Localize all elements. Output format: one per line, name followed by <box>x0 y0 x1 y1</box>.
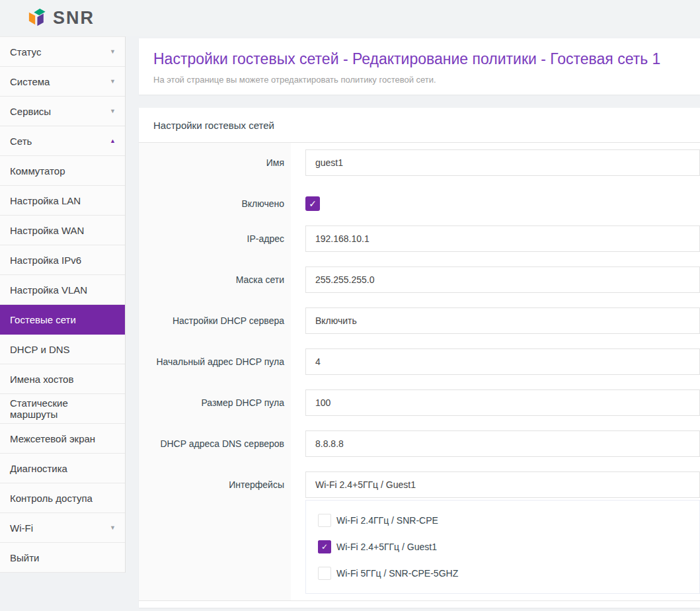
form-row-enabled: Включено ✓ <box>139 190 700 225</box>
sidebar-item-static-routes[interactable]: Статические маршруты <box>0 394 125 424</box>
checkbox-checked-icon[interactable]: ✓ <box>318 540 331 553</box>
interfaces-label: Интерфейсы <box>229 471 291 594</box>
sidebar-item-logout[interactable]: Выйти <box>0 543 125 573</box>
sidebar-item-dhcp-dns[interactable]: DHCP и DNS <box>0 335 125 364</box>
interface-option-label: Wi-Fi 2.4ГГц / SNR-CPE <box>336 515 438 526</box>
sidebar-item-hostnames[interactable]: Имена хостов <box>0 364 125 394</box>
sidebar-item-label: Коммутатор <box>10 165 116 177</box>
dhcp-pool-size-label: Размер DHCP пула <box>201 389 291 430</box>
page-subtitle: На этой странице вы можете отредактирова… <box>153 75 685 85</box>
sidebar-item-wifi[interactable]: Wi-Fi ▼ <box>0 513 125 543</box>
sidebar-item-label: Wi-Fi <box>10 522 106 534</box>
sidebar-item-lan[interactable]: Настройка LAN <box>0 186 125 216</box>
ip-address-input[interactable] <box>305 225 700 252</box>
netmask-label: Маска сети <box>236 266 291 307</box>
checkbox-unchecked-icon[interactable] <box>318 514 331 527</box>
sidebar-item-diagnostics[interactable]: Диагностика <box>0 454 125 483</box>
dhcp-pool-start-input[interactable] <box>305 348 700 375</box>
guest-network-form-card: Настройки гостевых сетей Имя Включено <box>139 108 700 608</box>
sidebar-item-guest-networks[interactable]: Гостевые сети <box>0 305 125 335</box>
sidebar-item-status[interactable]: Статус ▼ <box>0 37 125 67</box>
interface-option-wifi-24[interactable]: Wi-Fi 2.4ГГц / SNR-CPE <box>318 514 687 527</box>
form-row-interfaces: Интерфейсы Wi-Fi 2.4ГГц / SNR-CPE ✓ <box>139 471 700 594</box>
sidebar-item-label: Система <box>10 76 106 87</box>
interfaces-input[interactable] <box>305 471 700 498</box>
form-row-name: Имя <box>139 149 700 190</box>
sidebar-item-services[interactable]: Сервисы ▼ <box>0 97 125 126</box>
sidebar-item-label: Настройка VLAN <box>10 284 116 296</box>
chevron-down-icon: ▼ <box>106 78 116 85</box>
sidebar-menu: Статус ▼ Система ▼ Сервисы ▼ Сеть ▲ Комм… <box>0 36 126 573</box>
dhcp-dns-label: DHCP адреса DNS серверов <box>160 430 291 471</box>
check-icon: ✓ <box>321 542 328 551</box>
sidebar-item-label: Выйти <box>10 552 116 563</box>
sidebar-item-label: Сервисы <box>10 106 106 117</box>
sidebar-item-label: Контроль доступа <box>10 493 116 504</box>
sidebar-item-label: DHCP и DNS <box>10 344 116 355</box>
sidebar-item-network[interactable]: Сеть ▲ <box>0 126 125 156</box>
brand-name: SNR <box>53 9 95 27</box>
sidebar-item-label: Диагностика <box>10 463 116 474</box>
form-row-dhcp-pool-start: Начальный адрес DHCP пула <box>139 348 700 389</box>
dhcp-dns-input[interactable] <box>305 430 700 457</box>
sidebar-item-label: Статус <box>10 46 106 58</box>
sidebar-item-label: Настройка WAN <box>10 225 116 236</box>
sidebar-item-label: Настройка IPv6 <box>10 255 116 266</box>
dhcp-server-select[interactable] <box>305 307 700 334</box>
interfaces-options-box: Wi-Fi 2.4ГГц / SNR-CPE ✓ Wi-Fi 2.4+5ГГц … <box>305 500 700 594</box>
sidebar-item-label: Статические маршруты <box>10 397 116 420</box>
interface-option-wifi-24-5-guest1[interactable]: ✓ Wi-Fi 2.4+5ГГц / Guest1 <box>318 540 687 553</box>
page-header-card: Настройки гостевых сетей - Редактировани… <box>139 38 700 95</box>
form-row-dhcp-pool-size: Размер DHCP пула <box>139 389 700 430</box>
interface-option-label: Wi-Fi 5ГГц / SNR-CPE-5GHZ <box>336 568 458 579</box>
form-row-dhcp-server: Настройки DHCP сервера <box>139 307 700 348</box>
page-title: Настройки гостевых сетей - Редактировани… <box>153 49 685 69</box>
enabled-checkbox[interactable]: ✓ <box>305 196 320 211</box>
sidebar-item-vlan[interactable]: Настройка VLAN <box>0 275 125 305</box>
chevron-down-icon: ▼ <box>106 524 116 531</box>
sidebar-item-access-control[interactable]: Контроль доступа <box>0 483 125 513</box>
name-label: Имя <box>266 149 291 190</box>
sidebar-item-switch[interactable]: Коммутатор <box>0 156 125 186</box>
checkbox-unchecked-icon[interactable] <box>318 567 331 580</box>
dhcp-server-label: Настройки DHCP сервера <box>173 307 291 348</box>
sidebar-item-label: Межсетевой экран <box>10 433 116 444</box>
main-content: Настройки гостевых сетей - Редактировани… <box>126 36 700 611</box>
form-body: Имя Включено ✓ <box>139 143 700 601</box>
chevron-down-icon: ▼ <box>106 48 116 55</box>
dhcp-pool-size-input[interactable] <box>305 389 700 416</box>
netmask-input[interactable] <box>305 266 700 293</box>
sidebar-item-system[interactable]: Система ▼ <box>0 67 125 97</box>
sidebar-item-label: Настройка LAN <box>10 195 116 206</box>
interface-option-label: Wi-Fi 2.4+5ГГц / Guest1 <box>336 542 437 552</box>
name-input[interactable] <box>305 149 700 176</box>
enabled-label: Включено <box>241 190 291 225</box>
sidebar-item-label: Сеть <box>10 136 106 147</box>
dhcp-pool-start-label: Начальный адрес DHCP пула <box>156 348 291 389</box>
check-icon: ✓ <box>309 198 317 209</box>
sidebar-item-wan[interactable]: Настройка WAN <box>0 216 125 245</box>
sidebar-item-label: Гостевые сети <box>10 314 116 325</box>
form-row-netmask: Маска сети <box>139 266 700 307</box>
topbar: SNR <box>0 0 700 36</box>
sidebar-item-firewall[interactable]: Межсетевой экран <box>0 424 125 454</box>
form-row-ip-address: IP-адрес <box>139 225 700 266</box>
form-row-dhcp-dns: DHCP адреса DNS серверов <box>139 430 700 471</box>
chevron-down-icon: ▼ <box>106 108 116 114</box>
sidebar-item-ipv6[interactable]: Настройка IPv6 <box>0 245 125 275</box>
sidebar-item-label: Имена хостов <box>10 374 116 385</box>
ip-address-label: IP-адрес <box>247 225 291 266</box>
chevron-up-icon: ▲ <box>106 138 116 144</box>
page-layout: Статус ▼ Система ▼ Сервисы ▼ Сеть ▲ Комм… <box>0 36 700 611</box>
snr-cube-icon <box>28 8 46 28</box>
form-section-title: Настройки гостевых сетей <box>139 108 700 143</box>
interface-option-wifi-5[interactable]: Wi-Fi 5ГГц / SNR-CPE-5GHZ <box>318 567 687 580</box>
sidebar: Статус ▼ Система ▼ Сервисы ▼ Сеть ▲ Комм… <box>0 36 126 611</box>
brand-logo: SNR <box>28 8 95 28</box>
